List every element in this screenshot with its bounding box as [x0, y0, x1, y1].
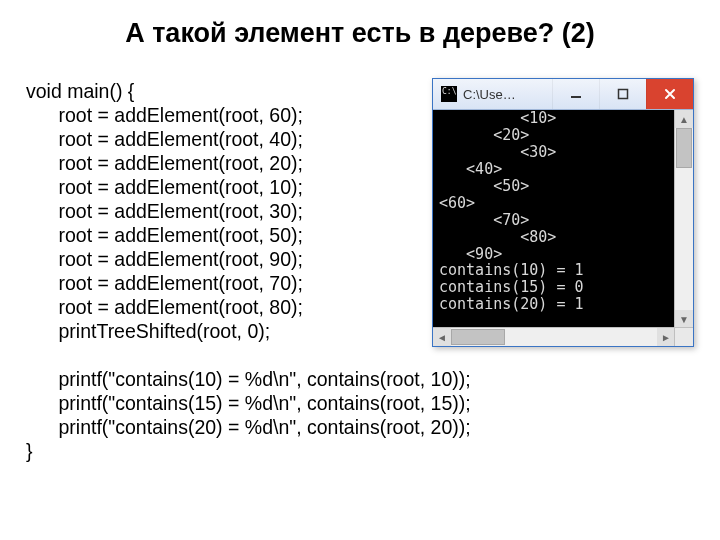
close-button[interactable] — [646, 79, 693, 109]
svg-rect-0 — [571, 96, 581, 98]
console-output: <10> <20> <30> <40> <50> <60> <70> <80> … — [433, 110, 675, 328]
console-window: C:\Use… <10> <20> <30> <40> <50> <60> <7… — [432, 78, 694, 347]
hscroll-thumb[interactable] — [451, 329, 505, 345]
vscroll-track[interactable] — [675, 128, 693, 310]
scroll-up-arrow-icon[interactable]: ▲ — [675, 110, 693, 128]
svg-rect-1 — [619, 90, 628, 99]
scroll-down-arrow-icon[interactable]: ▼ — [675, 310, 693, 328]
scroll-left-arrow-icon[interactable]: ◄ — [433, 328, 451, 346]
vertical-scrollbar[interactable]: ▲ ▼ — [674, 110, 693, 328]
maximize-button[interactable] — [599, 79, 646, 109]
scrollbar-corner — [674, 327, 693, 346]
vscroll-thumb[interactable] — [676, 128, 692, 168]
minimize-button[interactable] — [552, 79, 599, 109]
horizontal-scrollbar[interactable]: ◄ ► — [433, 327, 675, 346]
console-body: <10> <20> <30> <40> <50> <60> <70> <80> … — [433, 110, 693, 346]
window-titlebar: C:\Use… — [433, 79, 693, 110]
slide-title: А такой элемент есть в дереве? (2) — [0, 18, 720, 49]
slide: А такой элемент есть в дереве? (2) void … — [0, 0, 720, 540]
scroll-right-arrow-icon[interactable]: ► — [657, 328, 675, 346]
hscroll-track[interactable] — [451, 328, 657, 346]
titlebar-left: C:\Use… — [433, 79, 552, 109]
cmd-icon — [441, 86, 457, 102]
window-title-text: C:\Use… — [463, 87, 516, 102]
